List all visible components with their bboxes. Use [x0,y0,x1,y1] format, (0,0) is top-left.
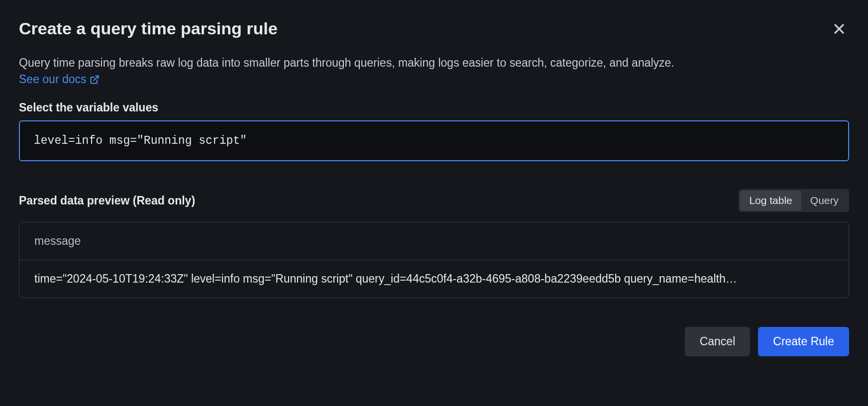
svg-line-0 [94,76,98,80]
variable-values-input[interactable] [19,120,849,161]
table-row: time="2024-05-10T19:24:33Z" level=info m… [19,260,849,298]
close-button[interactable] [829,19,849,39]
create-rule-button[interactable]: Create Rule [758,327,849,356]
external-link-icon [90,75,100,85]
table-header-message: message [19,222,849,260]
toggle-query[interactable]: Query [801,191,848,210]
close-icon [831,21,847,37]
modal-title: Create a query time parsing rule [19,19,278,38]
preview-label: Parsed data preview (Read only) [19,194,195,207]
toggle-log-table[interactable]: Log table [740,191,801,210]
preview-table: message time="2024-05-10T19:24:33Z" leve… [19,222,849,298]
variable-values-label: Select the variable values [19,101,849,114]
cancel-button[interactable]: Cancel [685,327,751,356]
modal-description: Query time parsing breaks raw log data i… [19,55,849,71]
docs-link-text: See our docs [19,73,87,86]
preview-toggle-group: Log table Query [739,189,849,212]
docs-link[interactable]: See our docs [19,73,100,86]
